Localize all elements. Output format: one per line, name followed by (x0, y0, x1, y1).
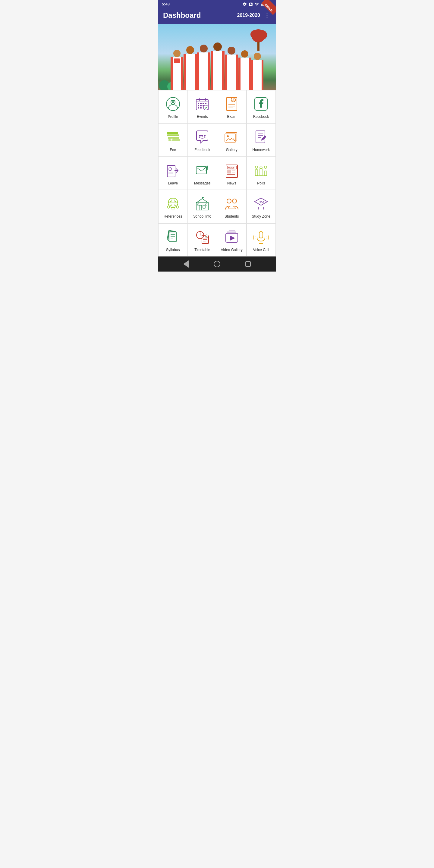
messages-label: Messages (194, 181, 211, 185)
svg-point-64 (255, 166, 258, 168)
svg-rect-20 (205, 103, 207, 104)
header-wrapper: 5:43 Das (158, 0, 276, 24)
svg-rect-34 (167, 132, 178, 134)
timetable-label: Timetable (194, 248, 210, 252)
person-4 (211, 42, 224, 90)
syllabus-icon (165, 229, 181, 245)
person-2 (184, 46, 197, 90)
svg-point-51 (169, 167, 172, 170)
recents-button[interactable] (244, 260, 252, 268)
grid-item-students[interactable]: Students (217, 190, 247, 223)
svg-point-40 (201, 135, 203, 136)
grid-item-references[interactable]: References (158, 190, 188, 223)
exam-label: Exam (227, 115, 236, 119)
svg-rect-85 (206, 204, 207, 205)
grid-item-voicecall[interactable]: Voice Call (247, 223, 276, 256)
profile-icon (165, 96, 181, 112)
profile-label: Profile (168, 115, 178, 119)
events-icon (194, 96, 210, 112)
banner-image (158, 24, 276, 90)
fee-label: Fee (170, 148, 176, 152)
feedback-icon (194, 129, 210, 145)
studyzone-label: Study Zone (252, 214, 270, 218)
leave-icon (165, 162, 181, 179)
grid-item-schoolinfo[interactable]: School Info (188, 190, 217, 223)
grid-item-videogallery[interactable]: Video Gallery (217, 223, 247, 256)
grid-item-gallery[interactable]: Gallery (217, 123, 247, 156)
studyzone-icon: <A> (253, 195, 269, 212)
grid-item-exam[interactable]: A+ Exam (217, 90, 247, 123)
polls-icon (253, 162, 269, 179)
svg-point-5 (257, 30, 267, 40)
feedback-label: Feedback (194, 148, 210, 152)
svg-point-72 (167, 206, 170, 208)
grid-item-homework[interactable]: Homework (247, 123, 276, 156)
svg-rect-25 (200, 107, 202, 108)
svg-rect-108 (259, 231, 263, 238)
person-6 (239, 50, 251, 90)
leave-label: Leave (168, 181, 178, 185)
svg-rect-59 (227, 170, 231, 173)
svg-rect-24 (198, 107, 199, 108)
svg-rect-79 (196, 202, 208, 210)
app-header: Dashboard 2019-2020 ⋮ (158, 8, 276, 24)
grid-item-news[interactable]: NEWS News (217, 157, 247, 190)
voicecall-icon (253, 229, 269, 245)
grid-item-syllabus[interactable]: Syllabus (158, 223, 188, 256)
grid-item-feedback[interactable]: Feedback (188, 123, 217, 156)
header-title: Dashboard (163, 11, 201, 20)
svg-rect-84 (197, 204, 199, 205)
header-year: 2019-2020 (237, 13, 260, 18)
svg-point-41 (204, 135, 206, 136)
svg-rect-80 (199, 205, 202, 210)
status-time: 5:43 (162, 2, 170, 6)
syllabus-label: Syllabus (166, 248, 180, 252)
grid-item-profile[interactable]: Profile (158, 90, 188, 123)
homework-label: Homework (253, 148, 270, 152)
polls-label: Polls (257, 181, 265, 185)
messages-icon (194, 162, 210, 179)
home-icon (214, 261, 220, 267)
references-label: References (164, 214, 182, 218)
sim-icon (249, 2, 253, 6)
svg-text:NEWS: NEWS (228, 167, 235, 169)
svg-rect-43 (225, 134, 236, 142)
news-icon: NEWS (224, 162, 240, 179)
grid-item-facebook[interactable]: Facebook (247, 90, 276, 123)
header-right: 2019-2020 ⋮ (237, 11, 271, 19)
students-icon (224, 195, 240, 212)
grid-item-events[interactable]: Events (188, 90, 217, 123)
svg-rect-50 (167, 165, 175, 177)
recents-icon (245, 261, 251, 267)
svg-rect-21 (198, 105, 199, 106)
gallery-icon (224, 129, 240, 145)
grid-item-studyzone[interactable]: <A> Study Zone (247, 190, 276, 223)
menu-grid: Profile Events (158, 90, 276, 256)
home-button[interactable] (213, 260, 221, 268)
news-label: News (227, 181, 236, 185)
grid-item-fee[interactable]: ₹ Fee (158, 123, 188, 156)
svg-rect-35 (167, 134, 179, 136)
grid-item-leave[interactable]: Leave (158, 157, 188, 190)
svg-marker-107 (230, 236, 235, 241)
svg-text:₹: ₹ (170, 138, 173, 142)
svg-rect-92 (169, 232, 176, 242)
svg-rect-19 (203, 103, 204, 104)
more-menu-button[interactable]: ⋮ (264, 11, 271, 19)
settings-icon (243, 2, 247, 6)
grid-item-timetable[interactable]: Timetable (188, 223, 217, 256)
fee-icon: ₹ (165, 129, 181, 145)
person-1 (170, 50, 183, 90)
svg-point-65 (260, 166, 262, 168)
schoolinfo-icon (194, 195, 210, 212)
svg-point-39 (199, 135, 201, 136)
grid-item-polls[interactable]: Polls (247, 157, 276, 190)
back-button[interactable] (182, 260, 190, 268)
svg-rect-67 (255, 170, 258, 176)
svg-point-74 (176, 206, 179, 208)
svg-point-12 (172, 101, 174, 103)
grid-item-messages[interactable]: Messages (188, 157, 217, 190)
bottom-navigation (158, 256, 276, 272)
svg-text:A+: A+ (232, 98, 236, 101)
wifi-icon (255, 2, 259, 6)
